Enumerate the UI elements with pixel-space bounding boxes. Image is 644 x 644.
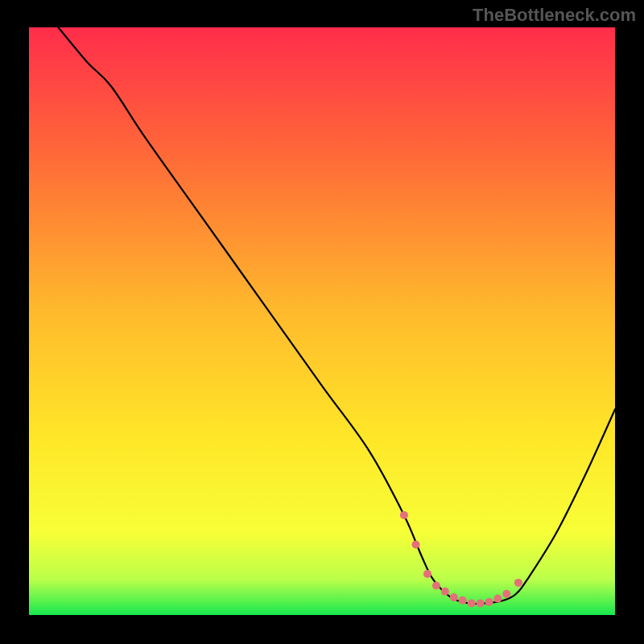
plot-background	[29, 27, 615, 615]
chart-canvas	[0, 0, 644, 644]
marker-dot	[493, 595, 502, 603]
marker-dot	[450, 593, 458, 601]
watermark-text: TheBottleneck.com	[473, 5, 636, 26]
marker-dot	[477, 599, 485, 607]
marker-dot	[400, 511, 408, 519]
marker-dot	[514, 579, 522, 587]
marker-dot	[459, 597, 467, 605]
marker-dot	[423, 570, 431, 578]
marker-dot	[432, 582, 440, 590]
marker-dot	[441, 588, 449, 596]
marker-dot	[412, 540, 420, 548]
marker-dot	[468, 599, 476, 607]
marker-dot	[502, 590, 510, 598]
marker-dot	[485, 598, 493, 606]
bottleneck-chart: TheBottleneck.com	[0, 0, 644, 644]
